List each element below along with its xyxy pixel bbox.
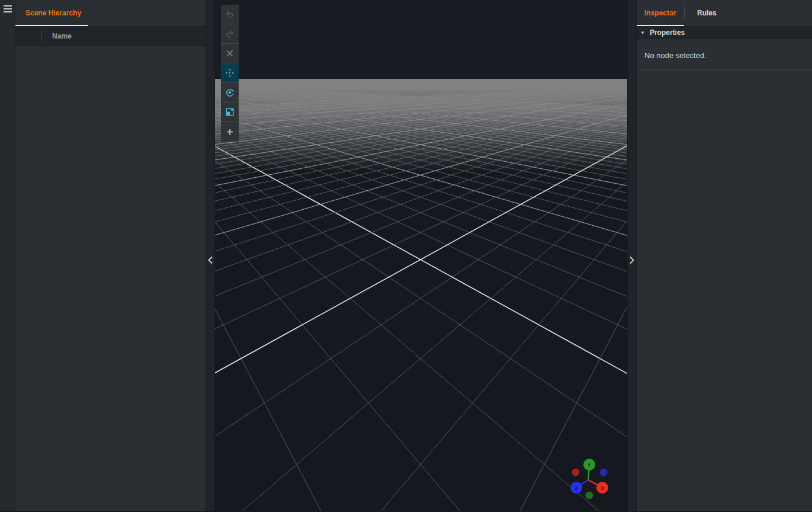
neg-x-axis-dot[interactable] [572, 469, 580, 476]
inspector-tabbar: Inspector Rules [637, 0, 812, 27]
rotate-icon [225, 88, 235, 97]
delete-button[interactable] [221, 44, 239, 63]
hierarchy-tabbar: Scene Hierarchy [15, 0, 206, 27]
hierarchy-empty-body[interactable] [15, 46, 206, 512]
scene-hierarchy-panel: Scene Hierarchy Name [15, 0, 206, 512]
inspector-empty-body [637, 70, 812, 512]
properties-title: Properties [650, 28, 685, 37]
properties-section-header[interactable]: ▼ Properties [637, 27, 812, 39]
tab-divider [684, 7, 685, 20]
sky [215, 0, 627, 79]
collapse-right-panel-button[interactable] [628, 252, 636, 268]
scene-composer-app: Scene Hierarchy Name [0, 0, 812, 512]
ground-grid [215, 0, 627, 512]
collapse-left-panel-button[interactable] [206, 252, 214, 268]
horizon-band [215, 79, 627, 90]
undo-icon [225, 9, 235, 19]
translate-icon [225, 68, 235, 78]
x-axis-label: X [601, 485, 604, 491]
redo-button[interactable] [221, 24, 239, 44]
z-axis-label: Z [575, 485, 578, 491]
delete-icon [225, 49, 235, 58]
redo-icon [225, 29, 235, 39]
rotate-tool-button[interactable] [221, 83, 239, 103]
tab-inspector[interactable]: Inspector [637, 0, 684, 26]
menu-icon[interactable] [4, 5, 12, 12]
tab-rules[interactable]: Rules [689, 0, 724, 26]
tab-scene-hierarchy[interactable]: Scene Hierarchy [15, 0, 88, 26]
no-node-selected-text: No node selected. [644, 51, 804, 60]
neg-y-axis-dot[interactable] [586, 492, 593, 500]
y-axis-label: Y [588, 462, 591, 468]
column-header-name: Name [52, 32, 72, 40]
chevron-right-icon [629, 256, 635, 264]
3d-viewport[interactable]: + Y X Z [215, 0, 627, 512]
inspector-panel: Inspector Rules ▼ Properties No node sel… [637, 0, 812, 512]
caret-down-icon: ▼ [640, 30, 645, 36]
left-collapse-gutter [206, 0, 215, 512]
undo-button[interactable] [221, 5, 239, 24]
chevron-left-icon [207, 256, 213, 264]
translate-tool-button[interactable] [221, 63, 239, 83]
horizon-fade [215, 90, 627, 172]
scale-icon [225, 107, 235, 117]
properties-section-body: No node selected. [637, 39, 812, 70]
plus-icon: + [226, 126, 233, 138]
add-object-button[interactable]: + [221, 122, 239, 142]
right-collapse-gutter [627, 0, 637, 512]
viewport-toolbar: + [221, 5, 239, 142]
hierarchy-table-header: Name [15, 27, 206, 46]
scale-tool-button[interactable] [221, 103, 239, 122]
neg-z-axis-dot[interactable] [600, 469, 608, 476]
column-divider [41, 31, 42, 41]
global-nav-strip [0, 0, 15, 512]
axis-gizmo[interactable]: Y X Z [553, 444, 624, 512]
